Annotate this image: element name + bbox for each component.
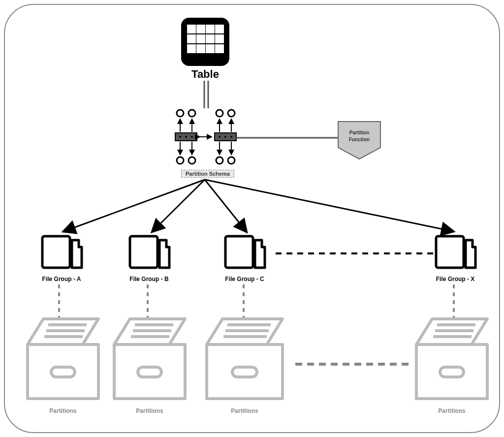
partition-label-1: Partitions [24,407,102,414]
svg-rect-57 [28,344,98,399]
svg-rect-73 [416,344,487,399]
partition-ellipsis [295,362,409,367]
svg-rect-63 [138,367,161,377]
partition-drawer-4-icon [412,315,491,404]
partition-drawer-2-icon [110,315,189,404]
partition-label-4: Partitions [412,407,491,414]
svg-rect-67 [207,344,283,399]
partition-drawer-3-icon [203,315,286,404]
svg-rect-74 [440,367,464,377]
svg-rect-68 [232,367,257,377]
partition-label-2: Partitions [110,407,189,414]
svg-rect-58 [51,367,75,377]
partition-label-3: Partitions [203,407,286,414]
partition-drawer-1-icon [24,315,102,404]
diagram-canvas: Table [0,0,504,437]
svg-rect-62 [114,344,185,399]
